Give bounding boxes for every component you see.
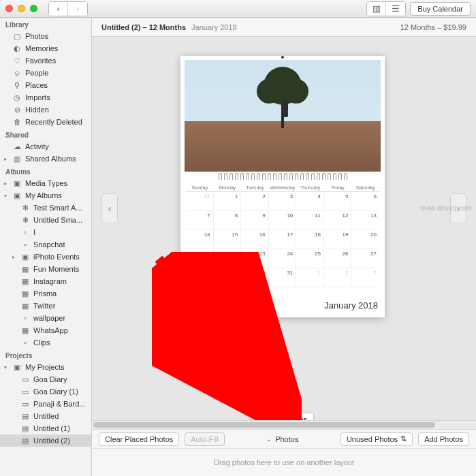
calendar-cell[interactable]: 2 — [241, 192, 269, 211]
horizontal-scrollbar[interactable] — [92, 420, 476, 430]
calendar-cell[interactable]: 2 — [324, 268, 352, 287]
minimize-icon[interactable] — [18, 5, 25, 12]
album-i[interactable]: ▫I — [0, 226, 91, 238]
sidebar-item-places[interactable]: ⚲Places — [0, 79, 91, 91]
album-icon: ▫ — [20, 240, 30, 249]
album-untitled-smart[interactable]: ✻Untitled Sma... — [0, 214, 91, 226]
album-test-smart[interactable]: ✻Test Smart A... — [0, 202, 91, 214]
calendar-cell[interactable]: 24 — [269, 249, 297, 268]
project-goa-diary-1[interactable]: ▭Goa Diary (1) — [0, 385, 91, 398]
mini-month: December 2017 S M T W T F S· · · · · 1 2… — [187, 290, 212, 311]
sidebar-item-my-albums[interactable]: ▣My Albums — [0, 189, 91, 202]
sidebar-item-media-types[interactable]: ▣Media Types — [0, 177, 91, 189]
prev-page-button[interactable]: ‹ — [101, 193, 118, 223]
sidebar-item-favorites[interactable]: ♡Favorites — [0, 54, 91, 67]
calendar-cell[interactable]: 23 — [241, 249, 269, 268]
calendar-preview[interactable]: Sunday Monday Tuesday Wednesday Thursday… — [180, 56, 385, 317]
album-whatsapp[interactable]: ▦WhatsApp — [0, 324, 91, 336]
project-untitled-2[interactable]: ▤Untitled (2) — [0, 434, 91, 447]
unused-photos-select[interactable]: Unused Photos ⇅ — [340, 432, 413, 446]
album-clips[interactable]: ▫Clips — [0, 336, 91, 349]
calendar-cell[interactable]: 28 — [186, 268, 214, 287]
album-instagram[interactable]: ▦Instagram — [0, 275, 91, 287]
calendar-cell[interactable]: 4 — [296, 192, 324, 211]
sidebar-item-photos[interactable]: ▢Photos — [0, 30, 91, 42]
project-panaji[interactable]: ▭Panaji & Bard... — [0, 398, 91, 410]
calendar-cell[interactable]: 6 — [351, 192, 379, 211]
calendar-cell[interactable]: 31 — [269, 268, 297, 287]
calendar-cell[interactable]: 22 — [214, 249, 242, 268]
calendar-footer: December 2017 S M T W T F S· · · · · 1 2… — [180, 287, 385, 317]
project-untitled[interactable]: ▤Untitled — [0, 410, 91, 422]
calendar-cell[interactable]: 17 — [269, 230, 297, 249]
scrollbar-thumb[interactable] — [93, 422, 435, 428]
calendar-stage: ‹ › — [92, 37, 476, 420]
calendar-cell[interactable]: 29 — [214, 268, 242, 287]
calendar-cell[interactable]: 16 — [241, 230, 269, 249]
photo-tray[interactable]: Drag photos here to use on another layou… — [92, 449, 476, 476]
album-fun-moments[interactable]: ▦Fun Moments — [0, 263, 91, 275]
calendar-cell[interactable]: 12 — [324, 211, 352, 230]
calendar-cell[interactable]: 31 — [186, 192, 214, 211]
calendar-cell[interactable]: 5 — [324, 192, 352, 211]
maximize-icon[interactable] — [30, 5, 37, 12]
calendar-cell[interactable]: 18 — [296, 230, 324, 249]
spiral-binding — [180, 172, 385, 181]
calendar-cell[interactable]: 21 — [186, 249, 214, 268]
calendar-cell[interactable]: 7 — [186, 211, 214, 230]
back-button[interactable]: ‹ — [49, 2, 68, 16]
calendar-cell[interactable]: 3 — [269, 192, 297, 211]
project-untitled-1[interactable]: ▤Untitled (1) — [0, 422, 91, 434]
album-twitter[interactable]: ▦Twitter — [0, 300, 91, 312]
calendar-cell[interactable]: 27 — [351, 249, 379, 268]
sidebar-item-memories[interactable]: ◐Memories — [0, 42, 91, 54]
auto-fill-button: Auto-Fill — [185, 432, 224, 446]
calendar-photo-slot[interactable] — [180, 56, 385, 172]
clear-placed-photos-button[interactable]: Clear Placed Photos — [99, 432, 179, 446]
album-iphoto-events[interactable]: ▣iPhoto Events — [0, 251, 91, 263]
calendar-cell[interactable]: 19 — [324, 230, 352, 249]
placed-photo[interactable] — [185, 60, 381, 172]
album-icon: ▦ — [20, 326, 30, 335]
add-photos-button[interactable]: Add Photos — [418, 432, 469, 446]
folder-icon: ▣ — [12, 179, 22, 188]
calendar-cell[interactable]: 13 — [351, 211, 379, 230]
sidebar-item-shared-albums[interactable]: ▥Shared Albums — [0, 153, 91, 165]
calendar-cell[interactable]: 3 — [351, 268, 379, 287]
calendar-grid: Sunday Monday Tuesday Wednesday Thursday… — [180, 181, 385, 287]
calendar-cell[interactable]: 14 — [186, 230, 214, 249]
nav-back-forward: ‹ › — [48, 1, 88, 16]
album-prisma[interactable]: ▦Prisma — [0, 287, 91, 300]
view-list-icon[interactable]: ☰ — [386, 2, 405, 16]
calendar-cell[interactable]: 9 — [241, 211, 269, 230]
album-snapchat[interactable]: ▫Snapchat — [0, 238, 91, 251]
photos-dropdown[interactable]: ⌄ Photos — [266, 435, 298, 443]
book-icon: ▭ — [20, 400, 30, 409]
close-icon[interactable] — [5, 5, 13, 12]
album-icon: ▦ — [20, 265, 30, 274]
view-sidebar-icon[interactable]: ▥ — [367, 2, 386, 16]
album-wallpaper[interactable]: ▫wallpaper — [0, 312, 91, 324]
calendar-cell[interactable]: 25 — [296, 249, 324, 268]
calendar-icon: ▤ — [20, 424, 30, 433]
project-goa-diary[interactable]: ▭Goa Diary — [0, 373, 91, 385]
sidebar-item-my-projects[interactable]: ▣My Projects — [0, 361, 91, 373]
calendar-cell[interactable]: 20 — [351, 230, 379, 249]
folder-icon: ▣ — [20, 253, 30, 261]
sidebar-item-activity[interactable]: ☁Activity — [0, 140, 91, 153]
calendar-cell[interactable]: 10 — [269, 211, 297, 230]
buy-calendar-button[interactable]: Buy Calendar — [410, 2, 471, 16]
calendar-cell[interactable]: 26 — [324, 249, 352, 268]
sidebar-item-people[interactable]: ☺People — [0, 67, 91, 79]
calendar-cell[interactable]: 30 — [241, 268, 269, 287]
calendar-cell[interactable]: 1 — [214, 192, 242, 211]
sidebar-item-recently-deleted[interactable]: 🗑Recently Deleted — [0, 116, 91, 128]
sidebar-item-imports[interactable]: ◷Imports — [0, 91, 91, 104]
folder-icon: ▥ — [12, 155, 22, 163]
calendar-cell[interactable]: 15 — [214, 230, 242, 249]
section-header-albums: Albums — [0, 165, 91, 177]
calendar-cell[interactable]: 8 — [214, 211, 242, 230]
sidebar-item-hidden[interactable]: ⊘Hidden — [0, 104, 91, 116]
calendar-cell[interactable]: 11 — [296, 211, 324, 230]
calendar-cell[interactable]: 1 — [296, 268, 324, 287]
